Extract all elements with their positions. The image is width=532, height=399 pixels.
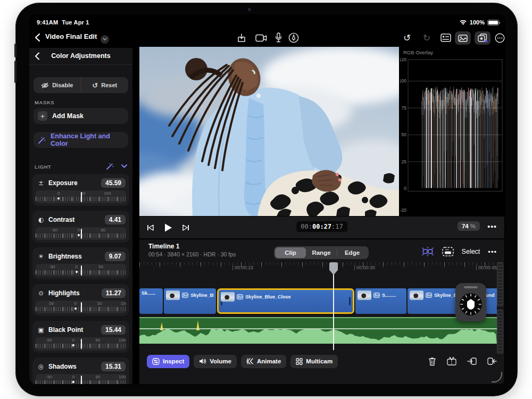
reset-button[interactable]: ↺ Reset bbox=[81, 77, 129, 93]
import-icon[interactable] bbox=[237, 33, 246, 43]
disable-button[interactable]: Disable bbox=[34, 77, 81, 93]
mode-clip[interactable]: Clip bbox=[275, 247, 306, 258]
eye-off-icon bbox=[41, 82, 49, 88]
select-button[interactable]: Select bbox=[462, 248, 480, 255]
preview-photo bbox=[139, 47, 399, 216]
split-clip-icon[interactable] bbox=[447, 357, 456, 366]
light-collapse-chevron-icon[interactable] bbox=[121, 164, 127, 168]
shadows-icon: ◎ bbox=[37, 363, 45, 370]
slider-ruler[interactable]: -50050100 bbox=[36, 337, 126, 350]
jog-wheel-dial[interactable] bbox=[458, 292, 484, 317]
viewer-video-preview[interactable] bbox=[139, 47, 399, 216]
add-mask-button[interactable]: + Add Mask bbox=[34, 108, 128, 124]
inspect-button[interactable]: Inspect bbox=[147, 355, 189, 368]
slider-label: Shadows bbox=[48, 363, 97, 370]
add-mask-label: Add Mask bbox=[52, 112, 84, 120]
ipad-device-frame: 9:41AMTue Apr 1 100% Video Final Edit bbox=[16, 3, 517, 396]
slider-label: Highlights bbox=[48, 289, 98, 297]
color-adjustments-panel: Color Adjustments Disable ↺ Reset MASKS … bbox=[29, 48, 132, 384]
slider-shadows[interactable]: ◎ Shadows 15.31 -50050100 bbox=[32, 358, 129, 384]
slider-black-point[interactable]: ▣ Black Point 15.44 -50050100 bbox=[32, 321, 129, 353]
media-browser-icon[interactable] bbox=[455, 31, 471, 45]
light-auto-wand-icon[interactable] bbox=[106, 162, 114, 170]
connect-clips-icon[interactable] bbox=[421, 246, 434, 257]
pencil-tool-icon[interactable] bbox=[288, 32, 299, 43]
slider-value[interactable]: 11.27 bbox=[102, 288, 126, 298]
previous-frame-icon[interactable] bbox=[147, 224, 154, 231]
slider-value[interactable]: 9.07 bbox=[105, 252, 126, 261]
slider-ruler[interactable]: -50050100 bbox=[36, 374, 126, 384]
audio-track[interactable] bbox=[139, 317, 497, 344]
delete-clip-icon[interactable] bbox=[428, 357, 436, 366]
volume-button[interactable]: Volume bbox=[194, 355, 237, 368]
slider-label: Brightness bbox=[48, 253, 101, 260]
slider-highlights[interactable]: ⊙ Highlights 11.27 -50050100 bbox=[32, 284, 129, 316]
rgb-overlay-scope: RGB Overlay 1201007550250-20 bbox=[400, 47, 504, 216]
timeline-more-icon[interactable]: ••• bbox=[488, 248, 497, 256]
reset-icon: ↺ bbox=[92, 81, 98, 89]
viewer-zoom-level[interactable]: 74% bbox=[458, 221, 480, 231]
battery-icon bbox=[487, 20, 499, 26]
timeline-name: Timeline 1 bbox=[148, 243, 179, 250]
microphone-icon[interactable] bbox=[275, 32, 282, 43]
project-menu-chevron-icon[interactable] bbox=[101, 35, 109, 44]
svg-text:-20: -20 bbox=[400, 207, 406, 213]
timeline-clip[interactable]: Skyline_Blue_Wide bbox=[164, 288, 216, 314]
inspector-list-icon[interactable] bbox=[440, 34, 451, 42]
disable-reset-group: Disable ↺ Reset bbox=[34, 77, 128, 93]
slider-value[interactable]: 45.59 bbox=[101, 178, 126, 188]
more-options-icon[interactable] bbox=[495, 33, 505, 43]
camera-icon[interactable] bbox=[255, 34, 267, 42]
slider-value[interactable]: 15.31 bbox=[101, 362, 126, 371]
slider-value[interactable]: 15.44 bbox=[101, 325, 126, 335]
next-frame-icon[interactable] bbox=[182, 224, 189, 231]
project-title[interactable]: Video Final Edit bbox=[45, 32, 109, 44]
player-controls-bar: 00:00:27:17 74% ••• bbox=[139, 216, 504, 238]
front-camera bbox=[248, 8, 251, 11]
insert-clip-icon[interactable] bbox=[467, 357, 477, 365]
brightness-icon: ☀ bbox=[37, 253, 45, 260]
timeline-toolbar: InspectVolumeAnimateMulticam bbox=[139, 351, 504, 371]
svg-text:75: 75 bbox=[402, 105, 407, 111]
effects-browser-icon[interactable] bbox=[475, 31, 491, 45]
timeline-clip[interactable]: Sk...... bbox=[139, 288, 163, 314]
clip-appearance-icon[interactable] bbox=[442, 247, 454, 256]
animate-button[interactable]: Animate bbox=[241, 355, 286, 368]
jog-wheel-drag-handle[interactable] bbox=[464, 286, 478, 288]
slider-exposure[interactable]: ± Exposure 45.59 050100 bbox=[32, 174, 129, 206]
undo-icon[interactable]: ↺ bbox=[403, 32, 411, 43]
jog-wheel[interactable] bbox=[455, 283, 486, 321]
play-button-icon[interactable] bbox=[164, 223, 172, 232]
viewer-more-icon[interactable]: ••• bbox=[487, 222, 497, 231]
slider-value[interactable]: 4.41 bbox=[105, 215, 126, 225]
wifi-icon bbox=[459, 20, 467, 26]
timeline-panel: Timeline 1 00:54 · 3840 × 2160 · HDR · 3… bbox=[139, 239, 504, 384]
slider-contrast[interactable]: ◐ Contrast 4.41 -50050 bbox=[32, 211, 129, 243]
contrast-icon: ◐ bbox=[37, 216, 45, 223]
timeline-ruler[interactable]: 00:00:1500:00:3000:00:45 bbox=[139, 262, 497, 275]
light-section-label: LIGHT bbox=[35, 164, 52, 170]
enhance-light-color-button[interactable]: Enhance Light and Color bbox=[34, 132, 128, 148]
highlights-icon: ⊙ bbox=[37, 289, 45, 297]
mode-edge[interactable]: Edge bbox=[337, 247, 368, 258]
multicam-button[interactable]: Multicam bbox=[290, 355, 338, 368]
timeline-zoom-strip[interactable] bbox=[497, 262, 503, 354]
overwrite-clip-icon[interactable] bbox=[487, 357, 497, 365]
volume-level-line[interactable] bbox=[139, 328, 497, 329]
slider-ruler[interactable]: 050100 bbox=[36, 190, 126, 203]
black-point-icon: ▣ bbox=[37, 326, 45, 334]
ruler-label: 00:00:15 bbox=[232, 265, 253, 270]
clip-label: Sk...... bbox=[142, 290, 155, 296]
battery-percent: 100% bbox=[470, 19, 485, 26]
svg-text:120: 120 bbox=[400, 57, 406, 62]
slider-brightness[interactable]: ☀ Brightness 9.07 -50050 bbox=[32, 247, 129, 279]
timecode-display: 00:00:27:17 bbox=[296, 221, 347, 232]
back-chevron-icon[interactable] bbox=[35, 33, 40, 42]
slider-ruler[interactable]: -50050 bbox=[36, 227, 126, 240]
slider-ruler[interactable]: -50050100 bbox=[36, 301, 126, 313]
mode-range[interactable]: Range bbox=[306, 247, 337, 258]
timeline-clip[interactable]: S........ bbox=[355, 288, 406, 314]
slider-ruler[interactable]: -50050 bbox=[36, 264, 126, 277]
inspect-icon bbox=[152, 358, 160, 365]
multicam-icon bbox=[296, 358, 303, 365]
